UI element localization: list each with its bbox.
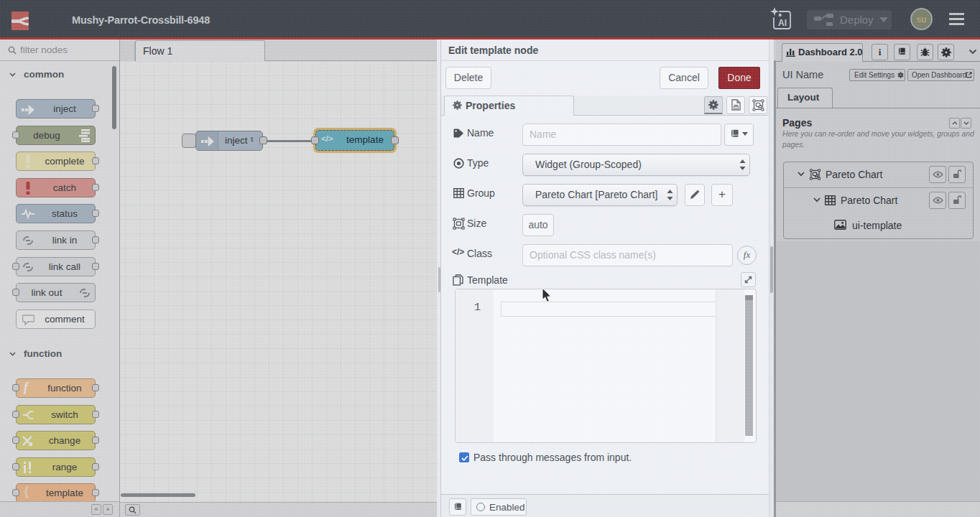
svg-text:AI: AI xyxy=(778,18,787,28)
